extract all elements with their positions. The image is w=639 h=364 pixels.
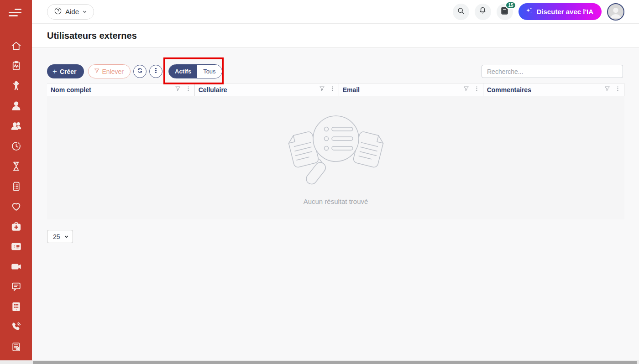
refresh-button[interactable] (133, 65, 147, 78)
toggle-option-tous[interactable]: Tous (197, 65, 221, 78)
business-person-icon (10, 100, 22, 114)
sidebar-item-invoices[interactable] (0, 177, 32, 197)
person-arms-up-icon (10, 80, 22, 94)
user-avatar[interactable] (607, 3, 624, 21)
clock-icon (10, 140, 22, 154)
refresh-icon (136, 67, 143, 76)
filter-funnel-icon[interactable] (174, 85, 181, 94)
person-silhouette-icon (608, 4, 623, 20)
notifications-button[interactable] (475, 4, 491, 20)
rows-per-page-value: 25 (53, 233, 60, 240)
video-camera-icon (10, 261, 22, 274)
kebab-menu-icon[interactable] (185, 85, 192, 94)
hourglass-icon (10, 161, 22, 174)
column-label[interactable]: Cellulaire (199, 86, 227, 94)
filter-funnel-icon[interactable] (319, 85, 325, 94)
horizontal-scrollbar (0, 360, 639, 364)
kebab-menu-icon (152, 67, 159, 76)
kebab-menu-icon[interactable] (473, 85, 480, 94)
column-header-0: Nom complet (47, 83, 195, 96)
help-button[interactable]: Aide (47, 4, 94, 20)
hamburger-menu-icon[interactable] (9, 6, 23, 18)
kebab-menu-icon[interactable] (329, 85, 336, 94)
app-window: Aide 15 Discuter avec l'IA Utilis (0, 0, 639, 364)
search-button[interactable] (453, 4, 469, 20)
sidebar-nav (0, 36, 32, 358)
remove-button-label: Enlever (102, 68, 124, 75)
filter-funnel-icon[interactable] (463, 85, 470, 94)
home-icon (10, 40, 22, 53)
ai-chat-button[interactable]: Discuter avec l'IA (519, 3, 602, 20)
view-toggle: Actifs Tous (168, 64, 222, 78)
people-group-icon (10, 120, 22, 134)
sidebar-item-messages[interactable] (0, 277, 32, 297)
sidebar-item-users[interactable] (0, 117, 32, 137)
sidebar-item-calls[interactable] (0, 317, 32, 338)
create-button[interactable]: + Créer (47, 64, 84, 78)
filter-funnel-icon[interactable] (604, 85, 611, 94)
content-area: + Créer Enlever Actifs Tous (32, 48, 639, 360)
filter-funnel-icon (94, 68, 100, 75)
kebab-menu-icon[interactable] (614, 85, 621, 94)
toggle-option-actifs[interactable]: Actifs (169, 65, 197, 78)
sidebar-item-company[interactable] (0, 297, 32, 317)
invoice-document-icon (10, 181, 22, 194)
calendar-badge: 15 (505, 1, 516, 9)
question-circle-icon (54, 7, 62, 17)
id-card-icon (10, 241, 22, 254)
bell-icon (478, 6, 487, 17)
sidebar (0, 0, 32, 360)
horizontal-scrollbar-thumb[interactable] (33, 361, 637, 364)
rows-per-page-select[interactable]: 25 (47, 230, 73, 243)
create-button-label: Créer (60, 68, 77, 75)
view-toggle-wrap: Actifs Tous (168, 64, 222, 78)
sidebar-item-medical[interactable] (0, 217, 32, 237)
page-title: Utilisateurs externes (47, 31, 137, 41)
sidebar-item-time[interactable] (0, 137, 32, 157)
ai-chat-button-label: Discuter avec l'IA (537, 8, 593, 16)
column-label[interactable]: Nom complet (51, 86, 91, 94)
phone-call-icon (10, 321, 22, 334)
report-search-icon (10, 341, 22, 354)
sidebar-item-home[interactable] (0, 36, 32, 57)
sparkle-icon (525, 7, 533, 16)
table-body: Aucun résultat trouvé (47, 96, 624, 219)
column-label[interactable]: Commentaires (487, 86, 531, 94)
calendar-button[interactable]: 15 (497, 4, 513, 20)
toolbar: + Créer Enlever Actifs Tous (32, 64, 639, 78)
title-bar: Utilisateurs externes (32, 24, 639, 48)
more-options-button[interactable] (149, 65, 162, 78)
sidebar-item-video[interactable] (0, 257, 32, 277)
heart-icon (10, 201, 22, 214)
sidebar-item-employees[interactable] (0, 97, 32, 117)
column-header-2: Email (339, 83, 483, 96)
sidebar-item-reports[interactable] (0, 338, 32, 358)
help-button-label: Aide (65, 8, 79, 16)
sidebar-item-activity[interactable] (0, 57, 32, 77)
first-aid-kit-icon (10, 221, 22, 234)
chat-bubble-icon (10, 281, 22, 294)
topbar: Aide 15 Discuter avec l'IA (32, 0, 639, 24)
column-header-1: Cellulaire (195, 83, 339, 96)
sidebar-item-health[interactable] (0, 197, 32, 217)
empty-state-illustration (272, 111, 400, 190)
column-header-3: Commentaires (483, 83, 624, 96)
search-icon (456, 6, 465, 17)
topbar-actions: 15 Discuter avec l'IA (453, 3, 624, 21)
chevron-down-icon (82, 9, 87, 14)
table-header-row: Nom completCellulaireEmailCommentaires (47, 83, 624, 96)
chevron-down-icon (64, 234, 69, 239)
sidebar-item-children[interactable] (0, 77, 32, 97)
building-icon (10, 301, 22, 314)
plus-icon: + (52, 67, 57, 76)
sidebar-item-badges[interactable] (0, 237, 32, 257)
search-input[interactable] (482, 65, 623, 78)
sidebar-item-timesheet[interactable] (0, 157, 32, 177)
empty-state-message: Aucun résultat trouvé (304, 198, 368, 205)
data-grid: Nom completCellulaireEmailCommentaires (47, 83, 624, 219)
remove-button[interactable]: Enlever (88, 64, 131, 78)
clipboard-activity-icon (10, 60, 22, 73)
column-label[interactable]: Email (343, 86, 360, 94)
